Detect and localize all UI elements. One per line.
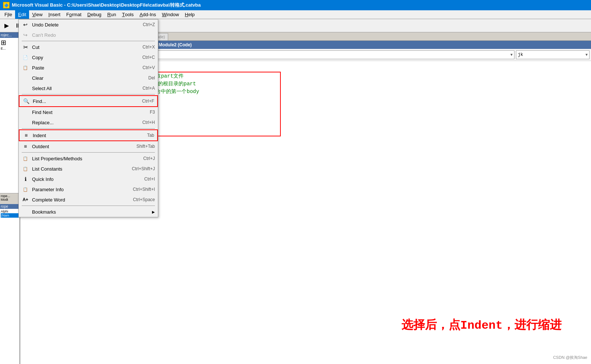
menu-view[interactable]: View bbox=[29, 10, 45, 19]
selectall-icon bbox=[22, 85, 29, 92]
menu-item-listconst[interactable]: 📋 List Constants Ctrl+Shift+J bbox=[19, 164, 158, 174]
tree-item-1: E... bbox=[1, 47, 19, 50]
clear-icon bbox=[22, 74, 29, 82]
menu-item-copy[interactable]: 📄 Copy Ctrl+C bbox=[19, 52, 158, 63]
project-panel-title: rojec... bbox=[0, 32, 20, 38]
edit-dropdown-menu: ↩ Undo Delete Ctrl+Z ↪ Can't Redo ✂ Cut … bbox=[18, 19, 158, 217]
menu-format[interactable]: Format bbox=[63, 10, 84, 19]
replace-icon bbox=[22, 119, 29, 126]
menu-item-bookmarks[interactable]: Bookmarks ▶ bbox=[19, 207, 158, 217]
proc-dropdown-arrow: ▼ bbox=[585, 53, 588, 57]
menu-edit[interactable]: Edit bbox=[15, 10, 29, 19]
indent-icon: ≡ bbox=[22, 132, 30, 139]
copy-icon: 📄 bbox=[22, 54, 29, 61]
proc-dropdown[interactable]: jk ▼ bbox=[516, 50, 590, 59]
name-label: (Nam bbox=[1, 213, 19, 218]
menu-item-completeword[interactable]: A+ Complete Word Ctrl+Space bbox=[19, 195, 158, 205]
menu-item-replace[interactable]: Replace... Ctrl+H bbox=[19, 117, 158, 128]
menu-item-cut[interactable]: ✂ Cut Ctrl+X bbox=[19, 42, 158, 52]
menu-sep-3 bbox=[22, 128, 155, 129]
cut-icon: ✂ bbox=[22, 43, 29, 51]
annotation-text: 选择后，点Indent，进行缩进 bbox=[401, 317, 562, 335]
menu-help[interactable]: Help bbox=[182, 10, 198, 19]
general-dropdown-arrow: ▼ bbox=[510, 53, 513, 57]
left-sidebar: rojec... ⊞ E... rope... Modt rope Alphi … bbox=[0, 32, 20, 364]
menu-file[interactable]: File bbox=[1, 10, 15, 19]
menu-item-findnext[interactable]: Find Next F3 bbox=[19, 107, 158, 117]
props-label: rope... bbox=[1, 194, 19, 198]
menu-run[interactable]: Run bbox=[105, 10, 119, 19]
bookmarks-icon bbox=[22, 208, 29, 215]
menu-sep-2 bbox=[22, 94, 155, 94]
menu-item-redo: ↪ Can't Redo bbox=[19, 30, 158, 40]
menu-insert[interactable]: Insert bbox=[46, 10, 64, 19]
menu-window[interactable]: Window bbox=[159, 10, 182, 19]
quickinfo-icon: ℹ bbox=[22, 175, 29, 183]
menu-sep-5 bbox=[22, 206, 155, 206]
props-panel-title: rope bbox=[0, 204, 20, 209]
menu-item-indent[interactable]: ≡ Indent Tab bbox=[19, 129, 158, 141]
listprop-icon: 📋 bbox=[22, 155, 29, 162]
toolbar-run-btn[interactable]: ▶ bbox=[1, 21, 12, 31]
bookmarks-submenu-arrow: ▶ bbox=[152, 210, 155, 214]
outdent-icon: ≡ bbox=[22, 143, 29, 150]
menu-item-selectall[interactable]: Select All Ctrl+A bbox=[19, 83, 158, 93]
menu-item-paste[interactable]: 📋 Paste Ctrl+V bbox=[19, 63, 158, 73]
menu-sep-1 bbox=[22, 41, 155, 41]
proc-dropdown-label: jk bbox=[518, 52, 523, 57]
menu-tools[interactable]: Tools bbox=[119, 10, 137, 19]
menu-item-listprop[interactable]: 📋 List Properties/Methods Ctrl+J bbox=[19, 153, 158, 164]
title-text: Microsoft Visual Basic - C:\Users\Shae\D… bbox=[12, 2, 201, 8]
modt-label: Modt bbox=[1, 198, 19, 201]
paraminfo-icon: 📋 bbox=[22, 186, 29, 193]
menu-item-find[interactable]: 🔍 Find... Ctrl+F bbox=[19, 95, 158, 107]
redo-icon: ↪ bbox=[22, 31, 29, 39]
props-content: Alphi (Nam bbox=[0, 209, 20, 364]
completeword-icon: A+ bbox=[22, 196, 29, 203]
undo-icon: ↩ bbox=[22, 21, 29, 28]
find-icon: 🔍 bbox=[22, 97, 30, 105]
menu-debug[interactable]: Debug bbox=[84, 10, 104, 19]
menu-bar: File Edit View Insert Format Debug Run T… bbox=[0, 10, 591, 19]
alpha-label: Alphi bbox=[1, 210, 19, 213]
menu-item-outdent[interactable]: ≡ Outdent Shift+Tab bbox=[19, 141, 158, 151]
paste-icon: 📋 bbox=[22, 64, 29, 71]
tree-icon: ⊞ bbox=[1, 39, 19, 47]
menu-item-quickinfo[interactable]: ℹ Quick Info Ctrl+I bbox=[19, 174, 158, 184]
findnext-icon bbox=[22, 108, 29, 116]
menu-item-clear[interactable]: Clear Del bbox=[19, 73, 158, 83]
menu-addins[interactable]: Add-Ins bbox=[137, 10, 159, 19]
watermark: CSDN @挨淘Shae bbox=[553, 355, 587, 360]
menu-sep-4 bbox=[22, 152, 155, 153]
project-tree: ⊞ E... bbox=[0, 38, 20, 193]
menu-item-paraminfo[interactable]: 📋 Parameter Info Ctrl+Shift+I bbox=[19, 184, 158, 195]
app-icon: 🔷 bbox=[3, 2, 10, 8]
title-bar: 🔷 Microsoft Visual Basic - C:\Users\Shae… bbox=[0, 0, 591, 10]
menu-item-undo[interactable]: ↩ Undo Delete Ctrl+Z bbox=[19, 19, 158, 30]
listconst-icon: 📋 bbox=[22, 165, 29, 172]
props-label-area: rope... Modt bbox=[0, 193, 20, 204]
